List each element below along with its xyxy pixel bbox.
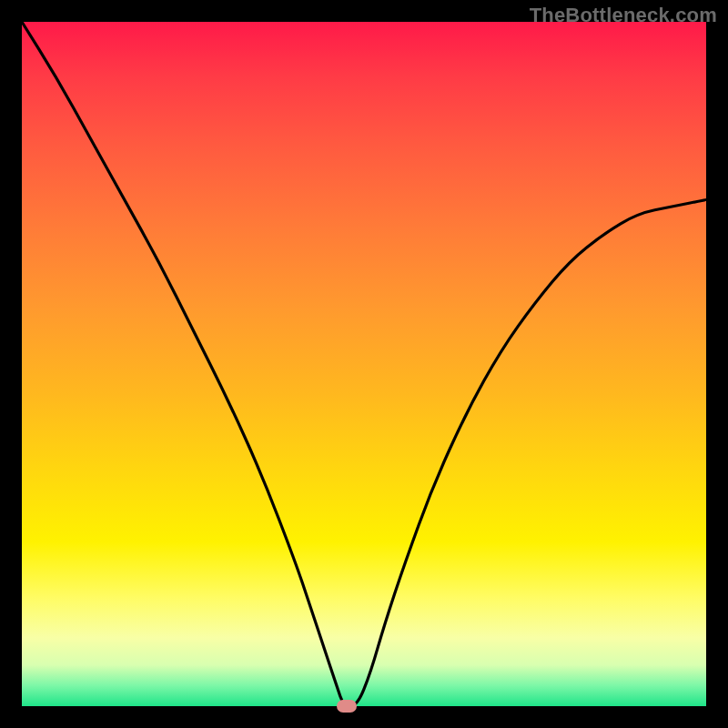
curve-svg — [22, 22, 706, 706]
minimum-marker — [337, 700, 357, 713]
chart-container: TheBottleneck.com — [0, 0, 728, 728]
curve-path — [22, 22, 706, 706]
plot-area — [22, 22, 706, 706]
